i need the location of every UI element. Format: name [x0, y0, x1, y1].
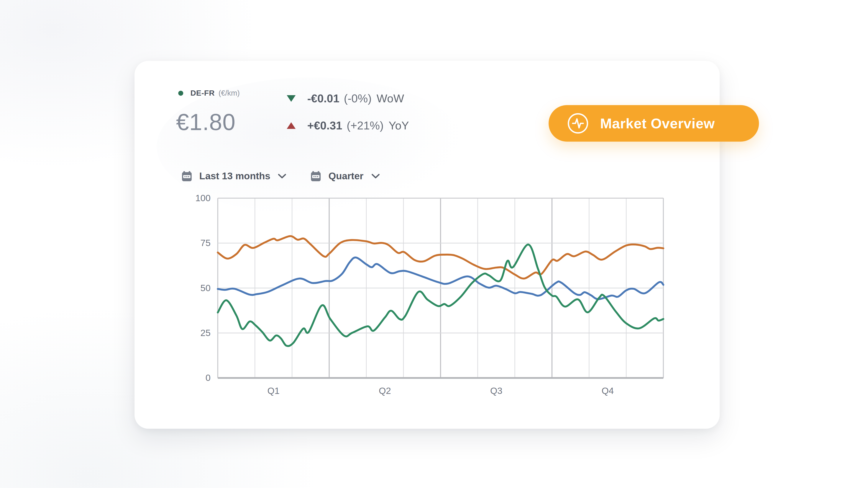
x-tick-label: Q3: [490, 386, 502, 396]
market-overview-button[interactable]: Market Overview: [549, 105, 759, 141]
yoy-period-label: YoY: [389, 119, 409, 132]
y-tick-label: 25: [200, 328, 211, 338]
wow-delta: -€0.01: [307, 92, 339, 105]
wow-percent: (-0%): [344, 92, 372, 105]
x-axis-labels: Q1Q2Q3Q4: [267, 386, 614, 396]
pulse-icon: [567, 112, 589, 134]
market-overview-label: Market Overview: [600, 115, 715, 131]
chart-gridlines: [218, 198, 663, 378]
x-tick-label: Q2: [379, 386, 391, 396]
metric-series-label: DE-FR: [190, 89, 215, 97]
date-range-dropdown[interactable]: Last 13 months: [182, 170, 286, 182]
granularity-label: Quarter: [329, 170, 363, 182]
calendar-icon: [182, 171, 192, 181]
yoy-percent: (+21%): [347, 119, 383, 132]
metric-legend: DE-FR (€/km): [178, 89, 240, 97]
triangle-down-icon: [287, 95, 296, 102]
x-tick-label: Q4: [601, 386, 614, 396]
y-tick-label: 0: [206, 373, 211, 383]
series-dot-icon: [178, 90, 183, 95]
wow-indicator: -€0.01 (-0%) WoW: [287, 92, 404, 105]
calendar-icon: [311, 171, 321, 181]
y-tick-label: 75: [200, 238, 211, 248]
chevron-down-icon: [278, 174, 286, 178]
triangle-up-icon: [287, 122, 296, 129]
metric-value: €1.80: [176, 109, 236, 135]
filter-bar: Last 13 months Quarter: [182, 170, 379, 182]
yoy-delta: +€0.31: [307, 119, 342, 132]
price-line-chart[interactable]: 1007550250 Q1Q2Q3Q4: [188, 188, 678, 410]
y-tick-label: 100: [195, 193, 211, 203]
y-axis-labels: 1007550250: [195, 193, 211, 383]
yoy-indicator: +€0.31 (+21%) YoY: [287, 119, 409, 132]
wow-period-label: WoW: [377, 92, 404, 105]
metric-series-unit: (€/km): [218, 89, 240, 97]
dashboard-stage: DE-FR (€/km) €1.80 -€0.01 (-0%) WoW +€0.…: [0, 0, 868, 488]
date-range-label: Last 13 months: [199, 170, 271, 182]
granularity-dropdown[interactable]: Quarter: [311, 170, 379, 182]
chevron-down-icon: [371, 174, 379, 178]
x-tick-label: Q1: [267, 386, 279, 396]
y-tick-label: 50: [200, 283, 211, 293]
